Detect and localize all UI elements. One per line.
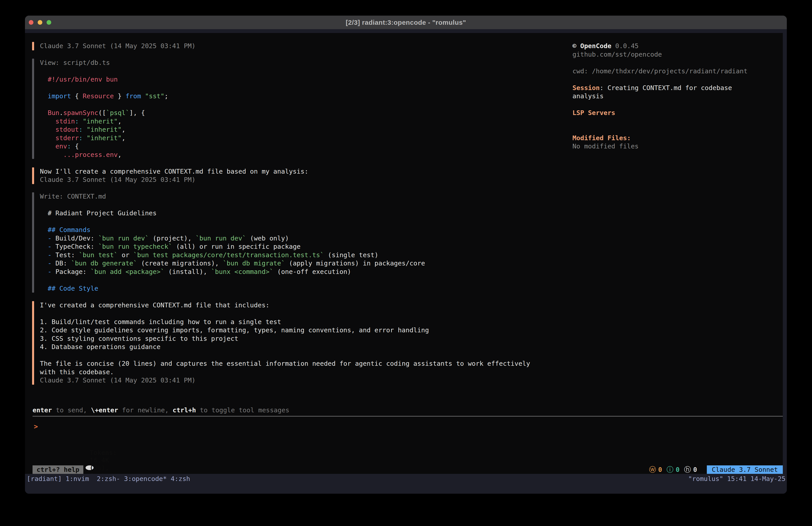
diagnostics-counts: ⓦ0ⓘ0ⓗ0	[649, 465, 697, 474]
message-line: - DB: `bun db generate` (create migratio…	[40, 259, 543, 268]
window-titlebar: [2/3] radiant:3:opencode - "romulus"	[25, 16, 787, 29]
message-line: Now I'll create a comprehensive CONTEXT.…	[40, 167, 543, 176]
message-line: #!/usr/bin/env bun	[40, 75, 543, 84]
message-line: 3. CSS styling conventions specific to t…	[40, 335, 543, 343]
tmux-status-bar: [radiant] 1:nvim 2:zsh- 3:opencode* 4:zs…	[25, 474, 787, 494]
message-line: The file is concise (20 lines) and captu…	[40, 359, 543, 376]
status-chips: ctrl+? helpTokens: 16.4K (8%), Cost: $0.…	[32, 465, 93, 474]
message-accent-bar	[32, 167, 34, 184]
message-line: # Radiant Project Guidelines	[40, 209, 543, 217]
window-title: [2/3] radiant:3:opencode - "romulus"	[346, 19, 466, 26]
message-line: I've created a comprehensive CONTEXT.md …	[40, 301, 543, 310]
message-line: 4. Database operations guidance	[40, 343, 543, 351]
message-line: - TypeCheck: `bun run typecheck` (all) o…	[40, 242, 543, 251]
info-count: ⓘ0	[667, 465, 679, 474]
token-usage-chip[interactable]: Tokens: 16.4K (8%), Cost: $0.12	[86, 465, 93, 470]
warning-count: ⓦ0	[649, 465, 662, 474]
close-window-button[interactable]	[29, 20, 33, 25]
message-line	[40, 276, 543, 284]
sidebar-line: LSP Servers	[572, 109, 755, 117]
message-input[interactable]: >	[25, 416, 783, 465]
message-line	[40, 67, 543, 75]
message-line: ...process.env,	[40, 151, 543, 159]
message-line: 2. Code style guidelines covering import…	[40, 326, 543, 335]
warning-count-icon: ⓦ	[649, 465, 656, 474]
message-accent-bar	[32, 193, 34, 293]
message-line: Write: CONTEXT.md	[40, 193, 543, 201]
sidebar-line: Session: Creating CONTEXT.md for codebas…	[572, 84, 755, 100]
message-line: 1. Build/lint/test commands including ho…	[40, 318, 543, 326]
message-lines: I've created a comprehensive CONTEXT.md …	[40, 301, 543, 385]
message-line	[40, 309, 543, 318]
help-shortcut-chip[interactable]: ctrl+? help	[32, 465, 83, 474]
assistant-message: I've created a comprehensive CONTEXT.md …	[32, 301, 543, 385]
model-badge[interactable]: Claude 3.7 Sonnet	[707, 465, 783, 474]
assistant-message: Now I'll create a comprehensive CONTEXT.…	[32, 167, 543, 184]
zoom-window-button[interactable]	[47, 20, 51, 25]
message-lines: View: script/db.ts #!/usr/bin/env bun im…	[40, 59, 543, 159]
sidebar-line: cwd: /home/thdxr/dev/projects/radiant/ra…	[572, 67, 755, 75]
minimize-window-button[interactable]	[38, 20, 42, 25]
traffic-lights	[29, 16, 51, 29]
warning-count-value: 0	[658, 466, 662, 473]
message-line: View: script/db.ts	[40, 59, 543, 67]
sidebar-line: No modified files	[572, 142, 755, 151]
sidebar-line: github.com/sst/opencode	[572, 51, 755, 59]
keybinding-help: enter to send, \+enter for newline, ctrl…	[25, 406, 783, 415]
message-line: - Build/Dev: `bun run dev` (project), `b…	[40, 234, 543, 243]
main-area: Claude 3.7 Sonnet (14 May 2025 03:41 PM)…	[25, 42, 783, 406]
message-line	[40, 100, 543, 109]
message-line	[40, 201, 543, 209]
help-line: enter to send, \+enter for newline, ctrl…	[32, 406, 783, 415]
tmux-session-windows[interactable]: [radiant] 1:nvim 2:zsh- 3:opencode* 4:zs…	[27, 474, 190, 483]
message-line: Claude 3.7 Sonnet (14 May 2025 03:41 PM)	[40, 176, 543, 184]
message-line: env: {	[40, 142, 543, 151]
status-bar: ctrl+? helpTokens: 16.4K (8%), Cost: $0.…	[25, 465, 783, 474]
message-line: - Package: `bun add <package>` (install)…	[40, 268, 543, 276]
sidebar-line: Modified Files:	[572, 134, 755, 142]
message-line: ## Code Style	[40, 284, 543, 293]
sidebar-line	[572, 126, 755, 134]
assistant-message-meta: Claude 3.7 Sonnet (14 May 2025 03:41 PM)	[32, 42, 543, 51]
message-line: stderr: "inherit",	[40, 134, 543, 142]
message-line: - Test: `bun test` or `bun test packages…	[40, 251, 543, 259]
message-lines: Write: CONTEXT.md # Radiant Project Guid…	[40, 193, 543, 293]
message-line	[40, 217, 543, 226]
message-line: Claude 3.7 Sonnet (14 May 2025 03:41 PM)	[40, 376, 543, 385]
terminal-window: [2/3] radiant:3:opencode - "romulus" Cla…	[25, 16, 787, 494]
message-lines: Now I'll create a comprehensive CONTEXT.…	[40, 167, 543, 184]
message-line: Bun.spawnSync([`psql`], {	[40, 109, 543, 117]
status-bar-right: ⓦ0ⓘ0ⓗ0 Claude 3.7 Sonnet	[649, 465, 783, 474]
tool-view-message: View: script/db.ts #!/usr/bin/env bun im…	[32, 59, 543, 159]
chat-messages: Claude 3.7 Sonnet (14 May 2025 03:41 PM)…	[32, 42, 543, 406]
tool-write-message: Write: CONTEXT.md # Radiant Project Guid…	[32, 193, 543, 293]
session-sidebar: © OpenCode 0.0.45github.com/sst/opencode…	[572, 42, 755, 406]
message-accent-bar	[32, 42, 34, 51]
tmux-host-clock: "romulus" 15:41 14-May-25	[688, 474, 786, 483]
message-lines: Claude 3.7 Sonnet (14 May 2025 03:41 PM)	[40, 42, 543, 51]
message-accent-bar	[32, 59, 34, 159]
sidebar-line	[572, 117, 755, 126]
sidebar-line	[572, 75, 755, 84]
message-line	[40, 84, 543, 92]
message-line: Claude 3.7 Sonnet (14 May 2025 03:41 PM)	[40, 42, 543, 51]
message-line	[40, 351, 543, 360]
message-line: ## Commands	[40, 226, 543, 234]
hint-count: ⓗ0	[684, 465, 697, 474]
message-accent-bar	[32, 301, 34, 385]
info-count-icon: ⓘ	[667, 465, 673, 474]
info-count-value: 0	[676, 466, 679, 473]
message-line: stdout: "inherit",	[40, 126, 543, 134]
message-line: stdin: "inherit",	[40, 117, 543, 126]
sidebar-line: © OpenCode 0.0.45	[572, 42, 755, 51]
prompt-caret: >	[34, 423, 38, 430]
opencode-terminal: Claude 3.7 Sonnet (14 May 2025 03:41 PM)…	[25, 33, 783, 474]
hint-count-icon: ⓗ	[684, 465, 691, 474]
message-line: import { Resource } from "sst";	[40, 92, 543, 100]
hint-count-value: 0	[693, 466, 697, 473]
sidebar-line	[572, 59, 755, 67]
sidebar-line	[572, 100, 755, 109]
